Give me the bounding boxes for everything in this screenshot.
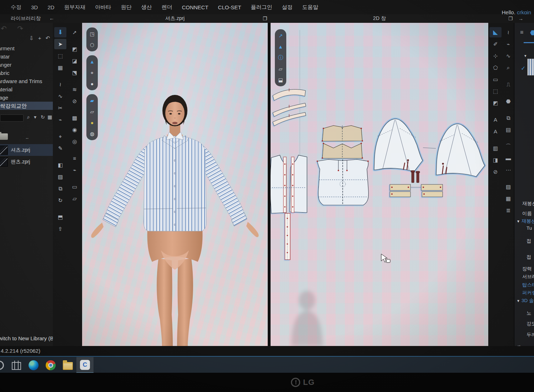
section-expander-icon[interactable]: ▼ bbox=[517, 219, 520, 223]
prop-topstitch[interactable]: 탑스티 bbox=[521, 282, 534, 288]
edit-sewing-tool[interactable]: ✂ bbox=[54, 103, 66, 113]
chrome-icon[interactable] bbox=[42, 357, 59, 373]
menu-settings[interactable]: 설정 bbox=[282, 4, 293, 11]
notch-tool[interactable]: ⋯ bbox=[502, 165, 514, 175]
detach-3d-window-icon[interactable]: ❐ bbox=[263, 16, 267, 21]
expand-right-panel-icon[interactable]: → bbox=[518, 16, 523, 21]
pattern-sleeve-right[interactable] bbox=[436, 124, 485, 177]
edit-sew-2d-tool[interactable]: ∿ bbox=[502, 51, 514, 61]
transform-pattern-tool[interactable]: ◣ bbox=[489, 27, 502, 37]
prop-3d-seam-section[interactable]: ▼3D 솔기 bbox=[517, 297, 534, 304]
category-hardware-and-trims[interactable]: ardware and Trims bbox=[0, 77, 53, 85]
avatar-walk-tool[interactable]: ➚ bbox=[69, 27, 81, 37]
free-sewing-tool[interactable]: ∿ bbox=[54, 91, 66, 101]
pattern-canvas[interactable] bbox=[271, 23, 488, 346]
gizmo-move-tool[interactable]: ⬇ bbox=[54, 27, 66, 37]
category-fabric[interactable]: abric bbox=[0, 69, 53, 77]
lock-pattern-icon[interactable]: ⬓ bbox=[276, 76, 285, 84]
flatten-tool[interactable]: ◪ bbox=[69, 56, 81, 66]
select-lasso-tool[interactable]: ⬚ bbox=[54, 51, 66, 61]
detail-sew-2d-tool[interactable]: ⌕ bbox=[502, 62, 514, 73]
library-window-tab[interactable]: 라이브러리창 bbox=[11, 15, 41, 22]
knit-tool[interactable]: ▤ bbox=[502, 124, 514, 135]
prop-seamline-section[interactable]: ▼재봉선 bbox=[517, 218, 534, 224]
menu-avatar[interactable]: 아바타 bbox=[95, 4, 111, 11]
parent-folder-row[interactable]: .. bbox=[0, 133, 53, 142]
viewport-2d[interactable]: ↗▲ⓘ▱⬓ bbox=[271, 23, 488, 346]
curve-measure-tool[interactable]: ⌒ bbox=[502, 141, 514, 152]
swatch-dropdown-icon[interactable]: ▾ bbox=[524, 54, 527, 58]
category-lecture[interactable]: 싹강의교안 bbox=[0, 102, 53, 110]
grid-view-icon[interactable]: ▦ bbox=[47, 114, 52, 120]
zipper-tool[interactable]: ≡ bbox=[69, 153, 81, 163]
quilting-tool[interactable]: ▨ bbox=[54, 172, 66, 182]
prop-seamline-header[interactable]: 재봉선 bbox=[521, 200, 534, 207]
menu-connect[interactable]: CONNECT bbox=[182, 4, 208, 10]
prop-puckering[interactable]: 퍼커링 bbox=[521, 290, 534, 296]
taskbar-ring-icon[interactable] bbox=[0, 357, 8, 373]
undo-icon[interactable]: ↶ bbox=[45, 35, 50, 41]
file-pants[interactable]: 팬츠.zprj bbox=[0, 156, 53, 168]
add-icon[interactable]: + bbox=[38, 35, 41, 41]
edge-icon[interactable] bbox=[25, 357, 42, 373]
prop-thickness[interactable]: 두께 bbox=[525, 332, 534, 338]
prop-sublayer[interactable]: 서브레 bbox=[521, 274, 534, 280]
grain-roll-tool[interactable]: ≣ bbox=[502, 205, 514, 215]
pattern-yoke-1[interactable] bbox=[322, 126, 363, 142]
menu-closet[interactable]: CLO-SET bbox=[218, 4, 241, 10]
search-input[interactable] bbox=[0, 114, 24, 122]
shaded-pattern-tool[interactable]: ◩ bbox=[489, 98, 502, 108]
section-expander-icon[interactable]: ▼ bbox=[517, 299, 520, 303]
pattern-cuffs[interactable] bbox=[390, 184, 443, 197]
menu-edit[interactable]: 수정 bbox=[11, 4, 21, 11]
menu-plugin[interactable]: 플러그인 bbox=[251, 4, 272, 11]
texture-grid-tool[interactable]: ▩ bbox=[69, 113, 81, 123]
refresh-drape-tool[interactable]: ↻ bbox=[54, 195, 66, 205]
refresh-icon[interactable]: ↻ bbox=[41, 114, 45, 120]
file-explorer-icon[interactable] bbox=[59, 357, 76, 373]
pattern-front-left[interactable] bbox=[271, 155, 286, 213]
category-material[interactable]: aterial bbox=[0, 85, 53, 93]
add-point-tool[interactable]: ⊹ bbox=[489, 51, 502, 61]
rectangle-tool[interactable]: ▭ bbox=[489, 74, 502, 85]
segment-sew-2d-tool[interactable]: ≀ bbox=[502, 27, 514, 37]
pin-tool[interactable]: ⌖ bbox=[54, 131, 66, 142]
library-nav-arrows-icon[interactable]: ↶ ↷ bbox=[1, 24, 27, 33]
zipper-edit-tool[interactable]: ⌁ bbox=[69, 165, 81, 175]
press-tool[interactable]: ⬒ bbox=[54, 212, 66, 222]
prop-fold-angle[interactable]: 접 bbox=[525, 238, 532, 244]
menu-3d[interactable]: 3D bbox=[31, 4, 38, 10]
slope-pen-icon[interactable]: ↗ bbox=[276, 32, 285, 40]
collapse-library-icon[interactable]: ← bbox=[49, 15, 54, 21]
detach-2d-window-icon[interactable]: ❐ bbox=[508, 16, 513, 21]
avatar-figure[interactable] bbox=[91, 95, 258, 346]
buttonhole-tool[interactable]: ◎ bbox=[69, 136, 81, 147]
menu-fabric[interactable]: 원단 bbox=[121, 4, 131, 11]
sculpt-tool[interactable]: ✎ bbox=[54, 143, 66, 153]
menu-materials[interactable]: 원부자재 bbox=[64, 4, 85, 11]
pattern-placket-strip[interactable] bbox=[285, 213, 290, 260]
select-move-tool[interactable]: ➤ bbox=[54, 39, 66, 49]
task-view-icon[interactable] bbox=[8, 357, 25, 373]
pattern-yoke-2[interactable] bbox=[322, 143, 363, 159]
free-sew-2d-tool[interactable]: ⌁ bbox=[502, 39, 514, 49]
menu-render[interactable]: 렌더 bbox=[161, 4, 172, 11]
search-icon[interactable]: ⌕ bbox=[27, 114, 30, 120]
category-stage[interactable]: tage bbox=[0, 93, 53, 102]
category-hanger[interactable]: anger bbox=[0, 61, 53, 69]
pattern-sleeve-left[interactable] bbox=[374, 119, 423, 172]
clo3d-app-icon[interactable]: C bbox=[76, 357, 94, 373]
download-icon[interactable]: ⇩ bbox=[29, 35, 34, 41]
prop-fold-strength[interactable]: 접 bbox=[525, 254, 532, 260]
trace-avatar-tool[interactable]: ⊘ bbox=[489, 167, 502, 177]
auto-sewing-tool[interactable]: ⌁ bbox=[54, 114, 66, 125]
prop-normal[interactable]: 노 bbox=[525, 310, 532, 316]
prop-turned[interactable]: Tu bbox=[525, 225, 532, 231]
tuck-tool[interactable]: ⬔ bbox=[69, 67, 81, 78]
category-avatar[interactable]: vatar bbox=[0, 52, 53, 61]
clone-pattern-tool[interactable]: ⧉ bbox=[54, 183, 66, 194]
file-shirt[interactable]: 셔츠.zprj bbox=[0, 144, 53, 156]
hatch-tool[interactable]: ▨ bbox=[502, 182, 514, 192]
shirt-sync-tool[interactable]: ⬣ bbox=[502, 96, 514, 106]
prop-strength[interactable]: 강도 bbox=[525, 321, 534, 327]
